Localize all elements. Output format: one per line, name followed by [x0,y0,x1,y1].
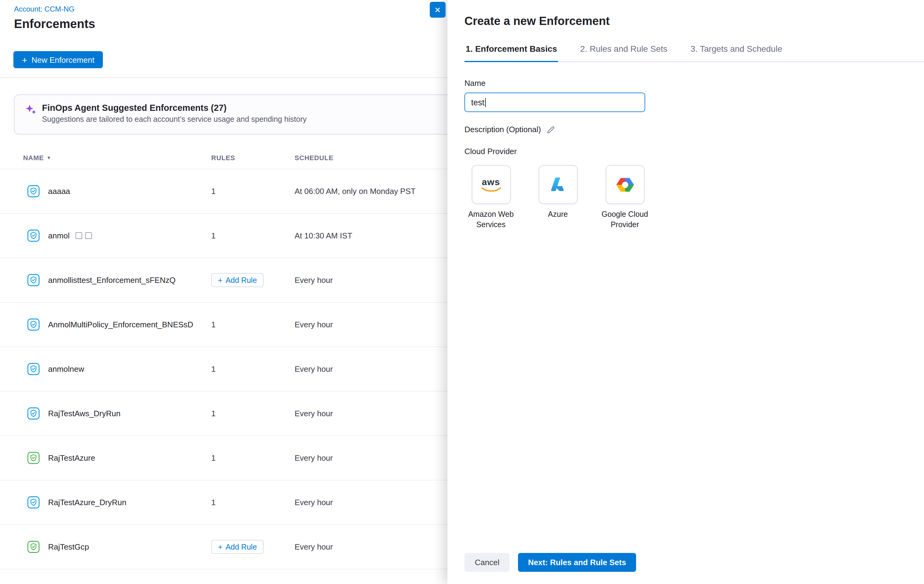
rule-count: 1 [211,498,216,507]
rule-count: 1 [211,409,216,418]
plus-icon: + [22,55,27,64]
enforcement-shield-icon [27,185,40,197]
plus-icon: + [218,543,223,551]
enforcement-name: aaaaa [48,187,70,196]
column-header-rules: RULES [211,154,235,161]
rules-cell: 1 [211,364,216,374]
description-label: Description (Optional) [464,125,541,134]
column-header-name[interactable]: NAME ▾ [23,154,51,161]
page-title: Enforcements [14,17,95,31]
screen: Account: CCM-NG Enforcements + New Enfor… [0,0,924,584]
close-drawer-button[interactable]: ✕ [430,2,446,18]
rule-count: 1 [211,187,216,196]
description-row: Description (Optional) [464,125,907,134]
schedule-text: At 10:30 AM IST [295,231,352,240]
enforcement-name: RajTestGcp [48,542,89,551]
suggestions-title: FinOps Agent Suggested Enforcements (27) [42,103,307,112]
provider-card-gcp[interactable] [606,165,644,204]
enforcement-shield-icon [27,452,40,464]
enforcement-name: AnmolMultiPolicy_Enforcement_BNESsD [48,320,193,329]
rules-cell: 1 [211,453,216,463]
create-enforcement-drawer: Create a new Enforcement 1. Enforcement … [447,0,924,584]
close-icon: ✕ [434,5,441,14]
plus-icon: + [218,276,223,284]
rules-cell: 1 [211,231,216,240]
breadcrumb[interactable]: Account: CCM-NG [14,5,74,13]
enforcement-name: anmolnew [48,364,84,374]
enforcement-shield-icon [27,496,40,508]
edit-description-icon[interactable] [546,125,555,134]
suggested-enforcements-text: FinOps Agent Suggested Enforcements (27)… [42,103,307,124]
cancel-button[interactable]: Cancel [464,553,510,572]
schedule-text: Every hour [295,320,333,329]
schedule-text: Every hour [295,409,333,418]
rules-cell: + Add Rule [211,273,264,287]
rules-cell: 1 [211,187,216,196]
cloud-provider-label: Cloud Provider [464,147,907,156]
schedule-text: Every hour [295,542,333,551]
provider-label-aws: Amazon Web Services [464,210,517,230]
rules-cell: 1 [211,320,216,329]
enforcement-name: RajTestAzure [48,453,95,463]
schedule-text: Every hour [295,276,333,285]
provider-aws: aws Amazon Web Services [464,165,517,230]
gcp-logo-icon [615,176,635,194]
provider-label-azure: Azure [548,210,568,220]
sparkle-icon [25,104,36,117]
text-cursor [485,98,486,107]
rule-count: 1 [211,453,216,463]
tab-enforcement-basics[interactable]: 1. Enforcement Basics [464,44,558,61]
new-enforcement-label: New Enforcement [31,55,95,64]
placeholder-glyph-icons [76,232,92,239]
provider-azure: Azure [531,165,584,230]
enforcement-shield-icon [27,541,40,553]
rules-cell: 1 [211,409,216,418]
provider-card-azure[interactable] [538,165,578,204]
name-input-value: test [471,98,485,107]
rule-count: 1 [211,231,216,240]
enforcement-shield-icon [27,407,40,420]
enforcement-name: RajTestAzure_DryRun [48,498,126,507]
enforcement-shield-icon [27,363,40,375]
rule-count: 1 [211,320,216,329]
name-label: Name [464,79,907,88]
wizard-tabs: 1. Enforcement Basics 2. Rules and Rule … [464,44,924,62]
column-header-schedule: SCHEDULE [295,154,333,161]
enforcement-shield-icon [27,274,40,286]
enforcement-name: anmollisttest_Enforcement_sFENzQ [48,276,176,285]
new-enforcement-button[interactable]: + New Enforcement [13,51,103,68]
tab-targets-and-schedule[interactable]: 3. Targets and Schedule [689,44,784,61]
aws-logo-icon: aws [480,177,501,192]
enforcement-name: anmol [48,231,92,240]
azure-logo-icon [549,175,567,194]
enforcement-name: RajTestAws_DryRun [48,409,120,418]
provider-card-aws[interactable]: aws [472,165,510,204]
next-button[interactable]: Next: Rules and Rule Sets [518,553,636,572]
add-rule-button[interactable]: + Add Rule [211,540,264,554]
name-input[interactable]: test [464,93,645,112]
provider-gcp: Google Cloud Provider [598,165,651,230]
provider-label-gcp: Google Cloud Provider [598,210,651,230]
enforcement-shield-icon [27,318,40,331]
drawer-title: Create a new Enforcement [464,15,907,28]
enforcement-shield-icon [27,230,40,242]
cloud-provider-options: aws Amazon Web Services [464,165,907,230]
rules-cell: 1 [211,498,216,507]
drawer-footer: Cancel Next: Rules and Rule Sets [447,553,924,584]
suggestions-subtitle: Suggestions are tailored to each account… [42,115,307,124]
schedule-text: Every hour [295,498,333,507]
schedule-text: Every hour [295,364,333,374]
rules-cell: + Add Rule [211,540,264,554]
schedule-text: At 06:00 AM, only on Monday PST [295,187,416,196]
sort-desc-icon: ▾ [48,155,51,161]
add-rule-button[interactable]: + Add Rule [211,273,264,287]
tab-rules-and-rule-sets[interactable]: 2. Rules and Rule Sets [579,44,668,61]
enforcement-basics-form: Name test Description (Optional) Cloud P… [447,62,924,553]
rule-count: 1 [211,364,216,374]
schedule-text: Every hour [295,453,333,463]
